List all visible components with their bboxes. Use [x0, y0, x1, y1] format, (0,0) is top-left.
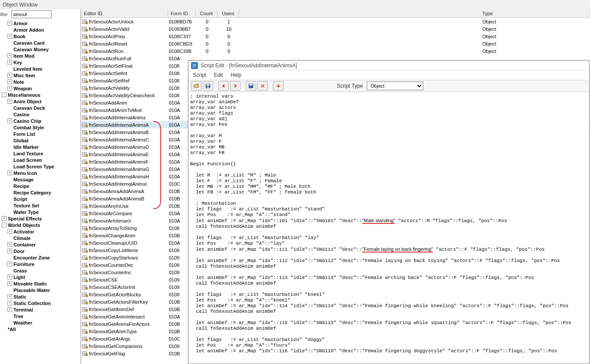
- category-tree[interactable]: +ArmorArmor Addon+BookCaravan CardCarava…: [0, 19, 80, 364]
- expand-icon[interactable]: +: [7, 21, 12, 26]
- tree-item[interactable]: *All: [2, 326, 80, 332]
- tree-item[interactable]: Combat Style: [2, 124, 80, 131]
- tree-item[interactable]: Load Screen Type: [2, 163, 80, 170]
- script-titlebar[interactable]: Script Edit - [fnSexoutAddInternalAnimsA…: [188, 61, 589, 70]
- prev-button[interactable]: [218, 81, 229, 91]
- tree-item[interactable]: +Activator: [2, 228, 80, 235]
- tree-item[interactable]: Form List: [2, 131, 80, 137]
- expand-icon[interactable]: +: [7, 86, 12, 91]
- script-type-select[interactable]: Object: [367, 82, 423, 90]
- down-arrow-button[interactable]: [273, 81, 283, 91]
- expand-icon[interactable]: +: [7, 60, 12, 65]
- tree-item[interactable]: Encounter Zone: [2, 254, 80, 261]
- grid-row[interactable]: fnSexoutActReset0108CBD300Object: [81, 40, 590, 47]
- tree-item[interactable]: Global: [2, 137, 80, 144]
- tree-item[interactable]: +Movable Static: [2, 280, 80, 287]
- tree-item[interactable]: +Special Effects: [2, 215, 80, 222]
- col-count[interactable]: Count: [196, 10, 218, 17]
- tree-item[interactable]: Armor Addon: [2, 26, 80, 33]
- expand-icon[interactable]: +: [7, 262, 12, 266]
- expand-icon[interactable]: +: [7, 281, 12, 286]
- menu-edit[interactable]: Edit: [214, 72, 223, 78]
- next-button[interactable]: [230, 81, 241, 91]
- tree-item[interactable]: +Book: [2, 33, 80, 39]
- tree-item[interactable]: +Terminal: [2, 306, 80, 313]
- tree-item[interactable]: +Anim Object: [2, 98, 80, 105]
- tree-item[interactable]: Tree: [2, 313, 80, 319]
- expand-icon[interactable]: +: [7, 118, 12, 123]
- filter-input[interactable]: [11, 10, 52, 18]
- save-disk-button[interactable]: [246, 81, 256, 91]
- tree-item[interactable]: Placeable Water: [2, 287, 80, 293]
- collapse-icon[interactable]: -: [2, 92, 7, 97]
- expand-icon[interactable]: +: [7, 242, 12, 247]
- tree-item[interactable]: Idle Marker: [2, 144, 80, 150]
- expand-icon[interactable]: +: [7, 73, 12, 78]
- tree-item[interactable]: Caravan Deck: [2, 105, 80, 111]
- tree-item[interactable]: +Furniture: [2, 261, 80, 267]
- open-button[interactable]: [191, 81, 201, 91]
- save-button[interactable]: [203, 81, 213, 91]
- tree-item[interactable]: +Light: [2, 274, 80, 280]
- expand-icon[interactable]: +: [7, 249, 12, 253]
- tree-item[interactable]: Texture Set: [2, 202, 80, 209]
- tree-item[interactable]: Caravan Money: [2, 46, 80, 52]
- delete-button[interactable]: [257, 81, 268, 91]
- tree-item[interactable]: +Menu Icon: [2, 170, 80, 176]
- tree-item[interactable]: +Armor: [2, 20, 80, 26]
- expand-icon[interactable]: +: [7, 34, 12, 39]
- menu-help[interactable]: Help: [231, 72, 241, 78]
- menu-script[interactable]: Script: [193, 72, 206, 78]
- tree-item[interactable]: Script: [2, 196, 80, 202]
- tree-item[interactable]: +Static Collection: [2, 300, 80, 306]
- col-editor-id[interactable]: Editor ID: [81, 10, 168, 17]
- col-users[interactable]: Users: [218, 10, 239, 17]
- tree-item[interactable]: +Door: [2, 248, 80, 254]
- tree-item[interactable]: -World Objects: [2, 222, 80, 228]
- tree-item[interactable]: Climate: [2, 235, 80, 241]
- script-code-area[interactable]: ; internal vars array_var animDef array_…: [188, 92, 589, 363]
- tree-item[interactable]: Casino: [2, 111, 80, 118]
- tree-item[interactable]: Message: [2, 176, 80, 183]
- expand-icon[interactable]: +: [2, 216, 7, 221]
- expand-icon[interactable]: +: [7, 53, 12, 58]
- script-edit-window[interactable]: Script Edit - [fnSexoutAddInternalAnimsA…: [188, 60, 590, 364]
- grid-row[interactable]: fnSexoutActorUnlock0108BD7B01Object: [81, 18, 590, 25]
- tree-item[interactable]: +Key: [2, 59, 80, 66]
- tree-item[interactable]: Grass: [2, 267, 80, 274]
- expand-icon[interactable]: +: [7, 294, 12, 299]
- tree-item[interactable]: Land Texture: [2, 150, 80, 157]
- tree-item[interactable]: Load Screen: [2, 157, 80, 163]
- expand-icon[interactable]: +: [7, 171, 12, 175]
- tree-item[interactable]: +Weapon: [2, 85, 80, 92]
- tree-item[interactable]: +Casino Chip: [2, 118, 80, 124]
- expand-icon[interactable]: +: [7, 79, 12, 84]
- collapse-icon[interactable]: -: [2, 223, 7, 227]
- tree-item[interactable]: Recipe Category: [2, 189, 80, 196]
- tree-item[interactable]: +Container: [2, 241, 80, 248]
- grid-row[interactable]: fnSexoutActRun0108C33B00Object: [81, 47, 590, 55]
- tree-item[interactable]: Recipe: [2, 183, 80, 189]
- tree-item[interactable]: Water Type: [2, 209, 80, 215]
- count-cell: 0: [196, 19, 218, 24]
- expand-icon[interactable]: +: [7, 301, 12, 305]
- col-type[interactable]: Type: [239, 10, 590, 17]
- tree-item[interactable]: Leveled Item: [2, 66, 80, 72]
- tree-item[interactable]: +Item Mod: [2, 52, 80, 59]
- expand-icon[interactable]: +: [7, 275, 12, 279]
- expand-icon[interactable]: +: [7, 99, 12, 104]
- tree-item[interactable]: Caravan Card: [2, 39, 80, 46]
- grid-header[interactable]: Editor ID Form ID Count Users Type: [81, 10, 590, 18]
- tree-item[interactable]: +Misc Item: [2, 72, 80, 79]
- tree-item[interactable]: +Static: [2, 293, 80, 300]
- editor-id-cell: fnSexoutActValidity: [89, 85, 130, 91]
- tree-item[interactable]: -Miscellaneous: [2, 92, 80, 98]
- script-menubar[interactable]: Script Edit Help: [188, 70, 589, 80]
- expand-icon[interactable]: +: [7, 307, 12, 312]
- expand-icon[interactable]: +: [7, 229, 12, 234]
- col-form-id[interactable]: Form ID: [168, 10, 196, 17]
- grid-row[interactable]: fnSexoutActPrep0108C33700Object: [81, 33, 590, 40]
- tree-item[interactable]: Weather: [2, 319, 80, 326]
- tree-item[interactable]: +Note: [2, 79, 80, 85]
- grid-row[interactable]: fnSexoutActorValid010938B7010Object: [81, 25, 590, 33]
